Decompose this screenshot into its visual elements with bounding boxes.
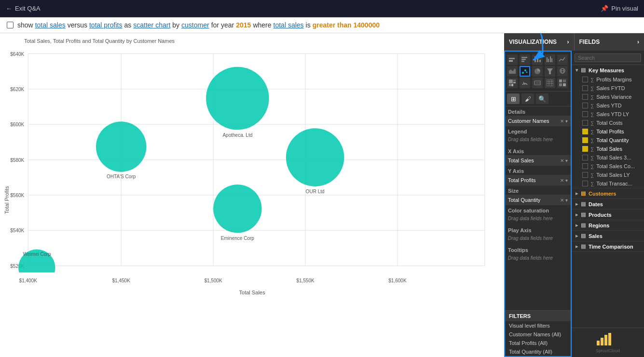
total-transac-icon: ∑ (590, 181, 594, 186)
powerbi-logo-area: SproutCloud (572, 328, 644, 357)
table-btn[interactable] (545, 78, 555, 88)
field-sales-ytd[interactable]: ∑ Sales YTD (572, 101, 644, 110)
svg-point-39 (522, 72, 524, 74)
fields-header[interactable]: FIELDS › (575, 33, 644, 51)
scatter-chart-btn[interactable] (520, 66, 530, 77)
svg-text:$1,400K: $1,400K (19, 278, 38, 283)
field-total-sales[interactable]: ∑ Total Sales (572, 145, 644, 153)
main-content: Total Sales, Total Profits and Total Qua… (0, 33, 644, 357)
y-axis-remove[interactable]: ✕ ▾ (560, 178, 568, 183)
query-where: where (253, 21, 271, 29)
svg-rect-32 (537, 58, 538, 62)
query-checkbox[interactable] (7, 22, 14, 28)
clustered-column-icon[interactable] (545, 54, 555, 65)
x-axis-well[interactable]: Total Sales ✕ ▾ (505, 155, 571, 166)
svg-rect-47 (513, 79, 516, 81)
filter-customer-names[interactable]: Customer Names (All) (505, 330, 571, 339)
bubble-ohta (96, 121, 147, 172)
powerbi-logo (596, 332, 620, 346)
svg-text:$1,450K: $1,450K (112, 278, 131, 283)
svg-rect-26 (509, 58, 515, 59)
total-profits-label: Total Profits (596, 129, 624, 134)
field-total-costs[interactable]: ∑ Total Costs (572, 119, 644, 127)
filter-visual-level[interactable]: Visual level filters (505, 321, 571, 330)
fields-tab-btn[interactable]: ⊞ (507, 93, 520, 104)
sales-icon: ▤ (581, 233, 586, 239)
customer-names-remove[interactable]: ✕ ▾ (560, 119, 568, 124)
stacked-column-icon[interactable] (532, 54, 543, 65)
pie-chart-btn[interactable] (532, 66, 543, 77)
play-axis-label: Play Axis (505, 225, 571, 234)
field-total-sales-co[interactable]: ∑ Total Sales Co... (572, 162, 644, 171)
x-axis-remove[interactable]: ✕ ▾ (560, 158, 568, 163)
powerbi-brand-label: SproutCloud (575, 348, 640, 353)
fields-group-key-measures: ▾ ▤ Key Measures ∑ Profits Margins (572, 65, 644, 188)
bubble-our (286, 128, 344, 186)
customer-names-well[interactable]: Customer Names ✕ ▾ (505, 116, 571, 126)
legend-dropzone[interactable]: Drag data fields here (505, 135, 571, 146)
products-header[interactable]: ▸ ▤ Products (572, 210, 644, 220)
color-dropzone[interactable]: Drag data fields here (505, 214, 571, 225)
analytics-tab-btn[interactable]: 🔍 (536, 93, 548, 104)
field-wells: Details Customer Names ✕ ▾ Legend Drag d… (505, 106, 571, 310)
exit-qa-button[interactable]: ← Exit Q&A (6, 5, 41, 12)
query-bar: show total sales versus total profits as… (0, 17, 644, 33)
viz-tabs-row: ⊞ 🖌 🔍 (505, 92, 571, 106)
pin-icon: 📌 (601, 5, 608, 12)
map-btn[interactable] (557, 66, 568, 77)
svg-point-40 (524, 69, 526, 71)
svg-rect-37 (551, 58, 552, 62)
svg-rect-49 (509, 84, 511, 86)
dates-header[interactable]: ▸ ▤ Dates (572, 199, 644, 209)
pin-visual-button[interactable]: 📌 Pin visual (601, 5, 638, 12)
total-sales-ly-icon: ∑ (590, 172, 594, 178)
play-dropzone[interactable]: Drag data fields here (505, 234, 571, 245)
query-total-sales: total sales (35, 21, 66, 29)
treemap-btn[interactable] (507, 78, 518, 88)
field-total-transac[interactable]: ∑ Total Transac... (572, 179, 644, 188)
field-total-quantity[interactable]: ∑ Total Quantity (572, 136, 644, 145)
gauge-btn[interactable] (520, 78, 530, 88)
area-chart-btn[interactable] (507, 66, 518, 77)
x-axis-value: Total Sales (508, 158, 534, 163)
fields-search-input[interactable] (575, 53, 641, 62)
field-sales-ytd-ly[interactable]: ∑ Sales YTD LY (572, 110, 644, 119)
key-measures-header[interactable]: ▾ ▤ Key Measures (572, 65, 644, 75)
field-total-profits[interactable]: ∑ Total Profits (572, 127, 644, 136)
bubble-apotheca (206, 67, 269, 130)
filter-total-quantity[interactable]: Total Quantity (All) (505, 347, 571, 356)
label-eminence: Eminence Corp (221, 236, 255, 241)
regions-header[interactable]: ▸ ▤ Regions (572, 220, 644, 230)
tooltips-label: Tooltips (505, 245, 571, 254)
y-axis-label: Total Profits (4, 186, 10, 214)
query-total-profits: total profits (89, 21, 122, 29)
size-remove[interactable]: ✕ ▾ (560, 198, 568, 203)
line-chart-btn[interactable] (557, 54, 568, 65)
svg-rect-31 (534, 56, 536, 62)
format-tab-btn[interactable]: 🖌 (521, 93, 534, 104)
field-profits-margins[interactable]: ∑ Profits Margins (572, 75, 644, 84)
matrix-btn[interactable] (557, 78, 568, 88)
svg-rect-35 (548, 59, 549, 62)
field-total-sales-ly[interactable]: ∑ Total Sales LY (572, 171, 644, 179)
tooltips-dropzone[interactable]: Drag data fields here (505, 254, 571, 264)
visualizations-header[interactable]: VISUALIZATIONS › (504, 33, 575, 51)
top-bar: ← Exit Q&A 📌 Pin visual (0, 0, 644, 17)
y-axis-well[interactable]: Total Profits ✕ ▾ (505, 175, 571, 185)
field-sales-variance[interactable]: ∑ Sales Variance (572, 93, 644, 101)
sales-header[interactable]: ▸ ▤ Sales (572, 231, 644, 241)
dates-icon: ▤ (581, 201, 586, 207)
customers-header[interactable]: ▸ ▤ Customers (572, 188, 644, 198)
time-comparison-header[interactable]: ▸ ▤ Time Comparison (572, 241, 644, 251)
svg-text:$1,550K: $1,550K (296, 278, 315, 283)
fields-group-time-comparison: ▸ ▤ Time Comparison (572, 241, 644, 252)
card-btn[interactable]: 123 (532, 78, 543, 88)
stacked-bar-icon[interactable] (507, 54, 518, 65)
panel-body: 123 ⊞ 🖌 🔍 Details (504, 51, 644, 357)
filter-total-profits[interactable]: Total Profits (All) (505, 339, 571, 347)
size-well[interactable]: Total Quantity ✕ ▾ (505, 195, 571, 205)
field-total-sales3[interactable]: ∑ Total Sales 3... (572, 153, 644, 162)
funnel-btn[interactable] (545, 66, 555, 77)
field-sales-fytd[interactable]: ∑ Sales FYTD (572, 84, 644, 93)
clustered-bar-icon[interactable] (520, 54, 530, 65)
